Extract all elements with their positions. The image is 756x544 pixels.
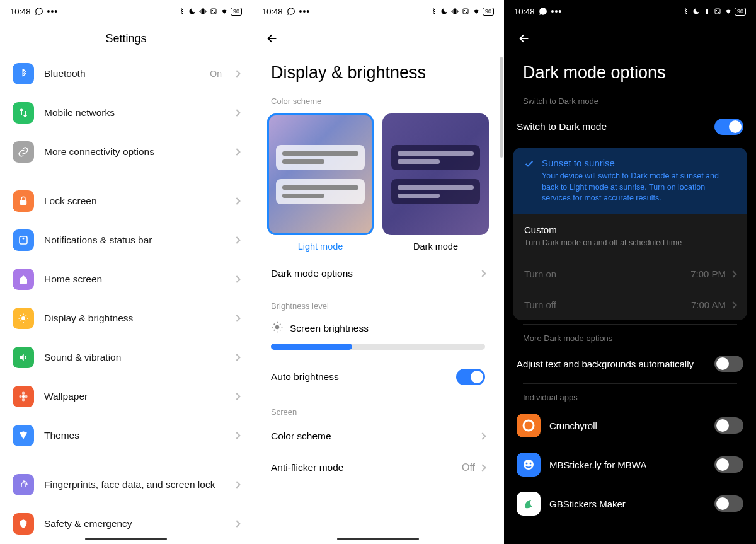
auto-brightness-toggle[interactable] [456, 369, 485, 385]
app-label: MBSticker.ly for MBWA [549, 460, 706, 470]
turn-off-row[interactable]: Turn off 7:00 AM [513, 289, 747, 320]
page-title: Display & brightness [252, 54, 504, 90]
back-button[interactable] [517, 31, 532, 46]
item-label: Themes [44, 430, 224, 441]
bluetooth-icon [177, 7, 186, 16]
header: Settings [0, 23, 252, 54]
vibrate-icon [198, 7, 207, 16]
no-sim-icon [713, 7, 722, 16]
svg-point-15 [524, 460, 534, 470]
settings-item-display-brightness[interactable]: Display & brightness [0, 299, 252, 338]
anti-flicker-row[interactable]: Anti-flicker mode Off [252, 452, 504, 483]
item-label: Display & brightness [44, 313, 224, 324]
settings-item-sound-vibration[interactable]: Sound & vibration [0, 338, 252, 377]
settings-item-lock-screen[interactable]: Lock screen [0, 182, 252, 221]
chevron-right-icon [233, 481, 240, 488]
item-label: More connectivity options [44, 146, 224, 158]
settings-item-home-screen[interactable]: Home screen [0, 260, 252, 299]
svg-point-7 [25, 395, 28, 398]
chevron-right-icon [479, 270, 486, 277]
settings-item-mobile-networks[interactable]: Mobile networks [0, 93, 252, 132]
no-sim-icon [461, 7, 470, 16]
turn-on-row[interactable]: Turn on 7:00 PM [513, 258, 747, 289]
speaker-icon [13, 347, 34, 368]
svg-point-14 [524, 420, 534, 431]
chevron-right-icon [233, 236, 240, 243]
adjust-text-row[interactable]: Adjust text and backgrounds automaticall… [504, 347, 756, 381]
whatsapp-icon [35, 7, 43, 16]
chevron-right-icon [233, 520, 240, 527]
item-label: Fingerprints, face data, and screen lock [44, 479, 224, 490]
svg-point-4 [21, 316, 25, 320]
settings-item-wallpaper[interactable]: Wallpaper [0, 377, 252, 416]
app-toggle[interactable] [714, 456, 743, 473]
settings-item-more-connectivity-options[interactable]: More connectivity options [0, 132, 252, 171]
app-item-crunchyroll[interactable]: Crunchyroll [504, 406, 756, 445]
bluetooth-icon [13, 63, 34, 84]
app-item-gbstickers-maker[interactable]: GBStickers Maker [504, 484, 756, 523]
settings-item-bluetooth[interactable]: Bluetooth On [0, 54, 252, 93]
bluetooth-icon [429, 7, 438, 16]
item-label: Safety & emergency [44, 518, 224, 530]
dark-mode-toggle[interactable] [714, 119, 743, 135]
app-item-mbsticker-ly-for-mbwa[interactable]: MBSticker.ly for MBWA [504, 445, 756, 484]
brightness-slider[interactable] [271, 344, 485, 350]
status-bar: 10:48 ••• 90 [0, 0, 252, 23]
wifi-icon [220, 7, 229, 16]
switch-dark-mode-row[interactable]: Switch to Dark mode [504, 110, 756, 144]
dark-mode-options-row[interactable]: Dark mode options [252, 258, 504, 289]
section-color-scheme: Color scheme [252, 90, 504, 110]
dark-mode-label: Dark mode [413, 241, 458, 252]
settings-item-notifications-status-bar[interactable]: Notifications & status bar [0, 221, 252, 260]
settings-item-themes[interactable]: Themes [0, 416, 252, 455]
sun-icon [13, 308, 34, 329]
status-time: 10:48 [10, 7, 31, 16]
arrows-icon [13, 102, 34, 124]
color-scheme-dark[interactable]: Dark mode [382, 113, 489, 252]
app-label: GBStickers Maker [549, 499, 706, 509]
settings-screen: 10:48 ••• 90 Settings Bluetooth On Mobil… [0, 0, 252, 544]
chevron-right-icon [730, 270, 736, 277]
color-scheme-light[interactable]: Light mode [267, 113, 374, 252]
scrollbar[interactable] [500, 57, 503, 158]
svg-point-3 [23, 238, 25, 240]
dark-mode-options-screen: 10:48 ••• 90 Dark mode options Switch to… [504, 0, 756, 544]
item-value: On [210, 69, 222, 79]
custom-option[interactable]: Custom Turn Dark mode on and off at sche… [513, 214, 747, 259]
custom-desc: Turn Dark mode on and off at scheduled t… [524, 238, 736, 249]
chevron-right-icon [233, 70, 240, 77]
moon-icon [440, 7, 449, 16]
more-icon: ••• [299, 6, 311, 16]
fingerprint-icon [13, 474, 34, 495]
chevron-right-icon [233, 432, 240, 439]
app-toggle[interactable] [714, 495, 743, 512]
item-label: Wallpaper [44, 391, 224, 402]
battery-indicator: 90 [735, 8, 746, 16]
item-label: Lock screen [44, 195, 224, 207]
svg-point-8 [22, 398, 25, 402]
item-label: Mobile networks [44, 107, 224, 119]
no-sim-icon [209, 7, 218, 16]
svg-rect-1 [20, 200, 27, 205]
status-bar: 10:48 ••• 90 [252, 0, 504, 23]
moon-icon [692, 7, 701, 16]
back-button[interactable] [265, 31, 280, 46]
settings-item-fingerprints-face-data-and-screen-lock[interactable]: Fingerprints, face data, and screen lock [0, 465, 252, 504]
nav-bar[interactable] [337, 538, 419, 540]
status-bar: 10:48 ••• 90 [504, 0, 756, 23]
sunset-sunrise-option[interactable]: Sunset to sunrise Your device will switc… [513, 148, 747, 214]
chevron-right-icon [233, 275, 240, 282]
auto-brightness-row[interactable]: Auto brightness [252, 359, 504, 395]
chevron-right-icon [233, 109, 240, 116]
app-toggle[interactable] [714, 417, 743, 434]
page-title: Dark mode options [504, 54, 756, 90]
item-label: Home screen [44, 274, 224, 285]
home-icon [13, 269, 34, 290]
nav-bar[interactable] [85, 538, 167, 540]
chevron-right-icon [233, 197, 240, 204]
svg-point-9 [19, 395, 22, 398]
color-scheme-row[interactable]: Color scheme [252, 420, 504, 452]
section-switch: Switch to Dark mode [504, 90, 756, 110]
chevron-right-icon [233, 393, 240, 400]
adjust-text-toggle[interactable] [714, 356, 743, 372]
